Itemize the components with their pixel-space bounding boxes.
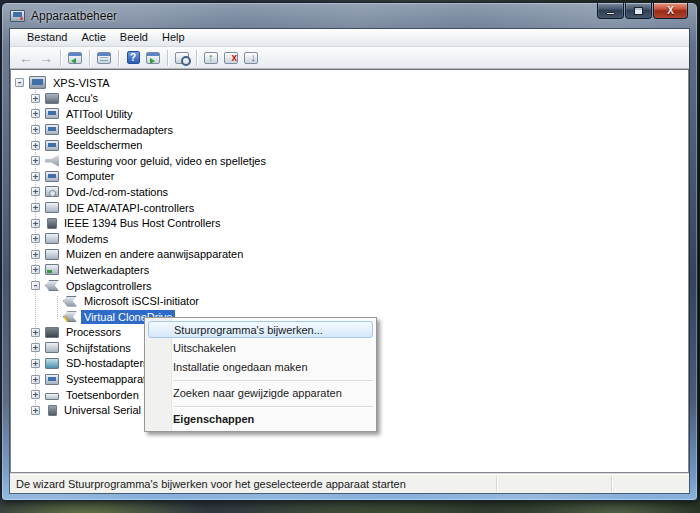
tree-item-label: Dvd-/cd-rom-stations — [63, 185, 171, 199]
action-pane-icon[interactable] — [144, 49, 162, 66]
expand-plus-icon[interactable]: + — [31, 343, 40, 352]
expand-plus-icon[interactable]: + — [31, 94, 40, 103]
scan-hardware-icon-glyph — [175, 52, 189, 64]
close-icon: X — [667, 4, 674, 18]
tree-item-label: Beeldschermen — [63, 138, 145, 152]
context-menu-separator — [174, 406, 373, 407]
context-menu-item-stuurprogramma-s-bijwerken[interactable]: Stuurprogramma's bijwerken... — [148, 321, 373, 338]
expand-plus-icon[interactable]: + — [31, 219, 40, 228]
expand-plus-icon[interactable]: + — [31, 172, 40, 181]
menu-help[interactable]: Help — [155, 29, 192, 46]
context-menu-item-eigenschappen[interactable]: Eigenschappen — [146, 410, 375, 429]
tree-item-label: Computer — [63, 169, 117, 183]
tree-item-beeldschermen[interactable]: +Beeldschermen — [11, 137, 688, 153]
expand-plus-icon[interactable]: + — [31, 234, 40, 243]
title-bar[interactable]: Apparaatbeheer — [2, 3, 697, 29]
computer-icon — [45, 171, 59, 182]
collapse-minus-icon[interactable]: - — [15, 78, 24, 87]
tree-item-microsoft-iscsi-initiator[interactable]: Microsoft iSCSI-initiator — [11, 293, 688, 309]
forward-icon[interactable] — [37, 49, 55, 66]
tree-item-label: Accu's — [63, 91, 101, 105]
tree-item-label: Microsoft iSCSI-initiator — [81, 294, 202, 308]
question-mark-glyph: ? — [127, 51, 140, 64]
status-text: De wizard Stuurprogramma's bijwerken voo… — [16, 478, 406, 490]
toolbar-separator — [196, 50, 197, 66]
tree-item-xps-vista[interactable]: -XPS-VISTA — [11, 75, 688, 91]
processor-icon — [45, 327, 59, 338]
tree-item-ide-ata-atapi-controllers[interactable]: +IDE ATA/ATAPI-controllers — [11, 200, 688, 216]
tree-item-muizen-en-andere-aanwijsapparaten[interactable]: +Muizen en andere aanwijsapparaten — [11, 247, 688, 263]
expand-plus-icon[interactable]: + — [31, 141, 40, 150]
storage-controller-icon — [45, 280, 59, 291]
expand-plus-icon[interactable]: + — [31, 265, 40, 274]
properties-icon[interactable] — [95, 49, 113, 66]
tree-item-label: IEEE 1394 Bus Host Controllers — [61, 216, 224, 230]
console-tree-icon[interactable] — [66, 49, 84, 66]
tree-item-label: XPS-VISTA — [50, 76, 113, 90]
scan-hardware-icon[interactable] — [173, 49, 191, 66]
tree-item-atitool-utility[interactable]: +ATITool Utility — [11, 106, 688, 122]
update-driver-icon[interactable] — [202, 49, 220, 66]
uninstall-icon-glyph — [224, 52, 238, 64]
expand-plus-icon[interactable]: + — [31, 406, 40, 415]
close-button[interactable]: X — [653, 3, 688, 19]
display-adapter-icon — [45, 124, 59, 135]
status-bar: De wizard Stuurprogramma's bijwerken voo… — [10, 473, 689, 493]
maximize-icon — [634, 7, 643, 15]
context-menu-item-installatie-ongedaan-maken[interactable]: Installatie ongedaan maken — [146, 358, 375, 377]
monitor-icon — [45, 140, 59, 151]
expand-plus-icon[interactable]: + — [31, 328, 40, 337]
storage-controller-icon — [63, 296, 77, 307]
expand-plus-icon[interactable]: + — [31, 250, 40, 259]
modem-icon — [45, 233, 59, 244]
expand-plus-icon[interactable]: + — [31, 359, 40, 368]
computer-root-icon — [29, 76, 46, 89]
statusbar-divider — [496, 476, 497, 491]
toolbar-separator — [89, 50, 90, 66]
console-tree-icon-glyph — [68, 52, 82, 64]
tree-item-label: Muizen en andere aanwijsapparaten — [63, 247, 246, 261]
minimize-button[interactable] — [597, 3, 624, 19]
disable-icon-glyph — [244, 52, 258, 64]
tree-item-accu-s[interactable]: +Accu's — [11, 91, 688, 107]
menu-beeld[interactable]: Beeld — [113, 29, 155, 46]
storage-controller-icon — [63, 311, 77, 322]
expand-plus-icon[interactable]: + — [31, 109, 40, 118]
maximize-button[interactable] — [625, 3, 652, 19]
desktop: Apparaatbeheer X BestandActieBeeldHelp ?… — [0, 0, 700, 513]
expand-plus-icon[interactable]: + — [31, 125, 40, 134]
window-title: Apparaatbeheer — [31, 9, 117, 23]
context-menu-item-zoeken-naar-gewijzigde-apparaten[interactable]: Zoeken naar gewijzigde apparaten — [146, 384, 375, 403]
menu-actie[interactable]: Actie — [74, 29, 112, 46]
tree-item-label: Modems — [63, 232, 111, 246]
tree-item-besturing-voor-geluid-video-en-spelletjes[interactable]: +Besturing voor geluid, video en spellet… — [11, 153, 688, 169]
display-utility-icon — [45, 108, 59, 119]
expand-plus-icon[interactable]: + — [31, 203, 40, 212]
tree-item-beeldschermadapters[interactable]: +Beeldschermadapters — [11, 122, 688, 138]
tree-item-dvd-cd-rom-stations[interactable]: +Dvd-/cd-rom-stations — [11, 184, 688, 200]
tree-item-ieee-1394-bus-host-controllers[interactable]: +IEEE 1394 Bus Host Controllers — [11, 215, 688, 231]
menu-bestand[interactable]: Bestand — [20, 29, 74, 46]
collapse-minus-icon[interactable]: - — [31, 281, 40, 290]
tree-item-label: ATITool Utility — [63, 107, 135, 121]
tree-item-modems[interactable]: +Modems — [11, 231, 688, 247]
expand-plus-icon[interactable]: + — [31, 390, 40, 399]
uninstall-icon[interactable] — [222, 49, 240, 66]
help-icon[interactable]: ? — [124, 49, 142, 66]
menu-bar: BestandActieBeeldHelp — [10, 29, 689, 47]
tree-item-opslagcontrollers[interactable]: -Opslagcontrollers — [11, 278, 688, 294]
back-icon[interactable] — [17, 49, 35, 66]
expand-plus-icon[interactable]: + — [31, 375, 40, 384]
context-menu-item-uitschakelen[interactable]: Uitschakelen — [146, 339, 375, 358]
action-pane-icon-glyph — [146, 52, 160, 64]
tree-item-netwerkadapters[interactable]: +Netwerkadapters — [11, 262, 688, 278]
expand-plus-icon[interactable]: + — [31, 187, 40, 196]
tree-item-computer[interactable]: +Computer — [11, 169, 688, 185]
speaker-icon — [45, 155, 59, 167]
toolbar-separator — [60, 50, 61, 66]
update-driver-icon-glyph — [204, 52, 218, 64]
disable-icon[interactable] — [242, 49, 260, 66]
sd-host-icon — [45, 358, 59, 369]
expand-plus-icon[interactable]: + — [31, 156, 40, 165]
disk-drive-icon — [45, 342, 59, 353]
